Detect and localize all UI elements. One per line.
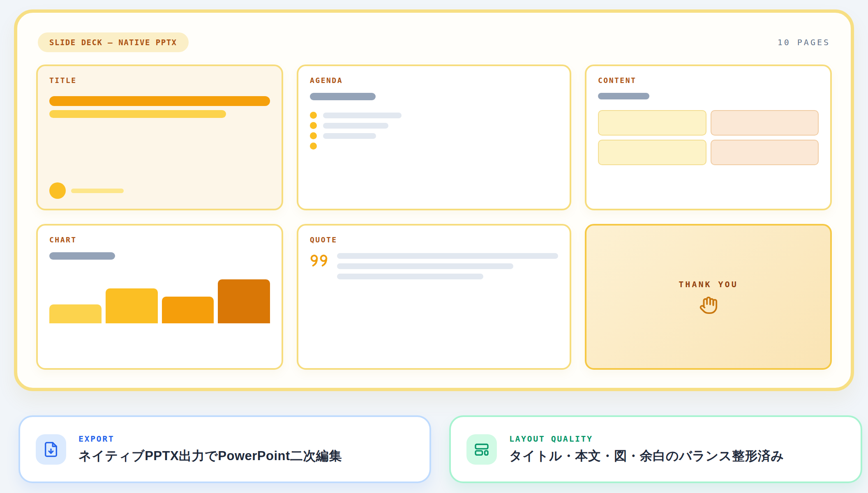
page: SLIDE DECK — NATIVE PPTX 10 PAGES TITLE …: [0, 0, 868, 493]
page-count: 10 PAGES: [778, 37, 830, 47]
quote-line-placeholder: [337, 274, 483, 279]
slide-grid: TITLE AGENDA: [36, 65, 832, 370]
bullet-line-placeholder: [323, 123, 388, 129]
slide-label: TITLE: [49, 76, 270, 85]
bullet-line-placeholder: [323, 113, 402, 118]
content-cell: [711, 140, 819, 165]
subtitle-bar-placeholder: [49, 110, 226, 118]
slide-label: AGENDA: [310, 76, 558, 85]
quote-line-placeholder: [337, 253, 558, 259]
deck-badge: SLIDE DECK — NATIVE PPTX: [38, 32, 189, 52]
chart-bar: [106, 288, 158, 323]
bullet-dot: [310, 143, 317, 150]
heading-placeholder: [49, 252, 115, 260]
hand-icon: [699, 296, 718, 315]
slide-card-content: CONTENT: [585, 65, 832, 210]
heading-placeholder: [598, 93, 649, 99]
bar-chart: [49, 279, 270, 323]
bullet-dot: [310, 112, 317, 119]
chart-bar: [49, 304, 102, 323]
bullet-item: [310, 143, 558, 150]
title-bar-placeholder: [49, 96, 270, 106]
quote-line-placeholder: [337, 263, 513, 269]
export-title: ネイティブPPTX出力でPowerPoint二次編集: [78, 447, 342, 465]
feature-card-layout-quality: LAYOUT QUALITY タイトル・本文・図・余白のバランス整形済み: [449, 415, 862, 483]
slide-label: CHART: [49, 235, 270, 244]
chart-bar: [218, 279, 270, 323]
bullet-item: [310, 122, 558, 129]
quality-label: LAYOUT QUALITY: [509, 434, 784, 444]
slide-deck-panel: SLIDE DECK — NATIVE PPTX 10 PAGES TITLE …: [14, 9, 854, 391]
bullet-dot: [310, 132, 317, 139]
avatar-placeholder: [49, 182, 66, 199]
panel-header: SLIDE DECK — NATIVE PPTX 10 PAGES: [38, 32, 830, 52]
content-cell: [598, 140, 706, 165]
export-label: EXPORT: [78, 434, 342, 444]
slide-card-quote: QUOTE: [297, 224, 571, 370]
quality-text: LAYOUT QUALITY タイトル・本文・図・余白のバランス整形済み: [509, 434, 784, 465]
content-cell: [711, 110, 819, 136]
feature-card-export: EXPORT ネイティブPPTX出力でPowerPoint二次編集: [18, 415, 431, 483]
layout-grid-icon: [473, 441, 490, 458]
bullet-dot: [310, 122, 317, 129]
heading-placeholder: [310, 93, 376, 100]
content-grid: [598, 110, 819, 165]
slide-card-chart: CHART: [36, 224, 283, 370]
thank-you-label: THANK YOU: [679, 279, 738, 289]
bullet-item: [310, 112, 558, 119]
quote-row: [310, 253, 558, 279]
slide-label: CONTENT: [598, 76, 819, 85]
presenter-name-placeholder: [71, 189, 124, 193]
slide-card-title: TITLE: [36, 65, 283, 210]
quality-icon-box: [466, 434, 497, 465]
presenter-row: [49, 182, 270, 199]
bullet-item: [310, 132, 558, 139]
quality-title: タイトル・本文・図・余白のバランス整形済み: [509, 447, 784, 465]
slide-card-agenda: AGENDA: [297, 65, 571, 210]
bullet-line-placeholder: [323, 133, 376, 139]
slide-card-thank-you: THANK YOU: [585, 224, 832, 370]
export-text: EXPORT ネイティブPPTX出力でPowerPoint二次編集: [78, 434, 342, 465]
export-icon-box: [36, 434, 66, 465]
double-quote-icon: [310, 254, 330, 268]
file-download-icon: [43, 441, 59, 458]
chart-bar: [162, 297, 214, 323]
content-cell: [598, 110, 706, 136]
quote-lines: [337, 253, 558, 279]
slide-label: QUOTE: [310, 235, 558, 244]
